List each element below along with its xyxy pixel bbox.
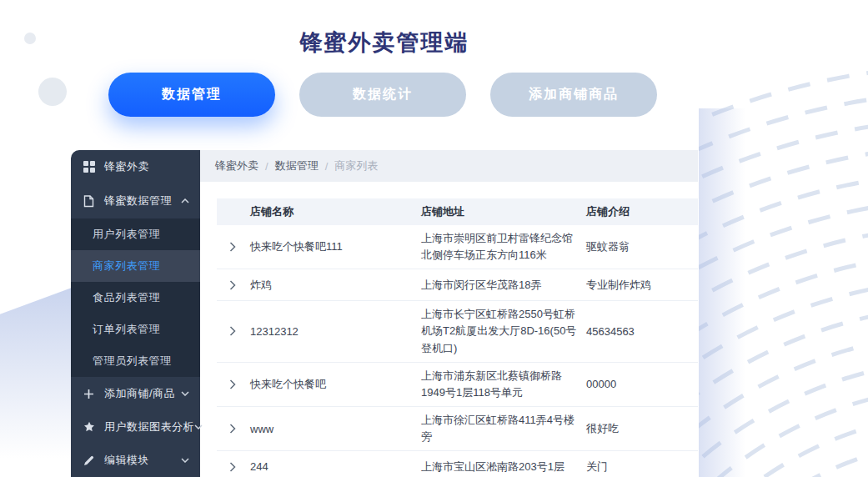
cell-shop-name: 炸鸡 (250, 278, 421, 293)
sidebar-submenu: 用户列表管理 商家列表管理 食品列表管理 订单列表管理 管理员列表管理 (71, 218, 200, 377)
table-row: 炸鸡 上海市闵行区华茂路18弄 专业制作炸鸡 (217, 269, 698, 301)
table-row: www 上海市徐汇区虹桥路411弄4号楼旁 很好吃 (217, 407, 698, 451)
sidebar-item-order-list[interactable]: 订单列表管理 (71, 314, 200, 345)
cell-shop-address: 上海市徐汇区虹桥路411弄4号楼旁 (421, 412, 586, 445)
tab-label: 添加商铺商品 (529, 86, 619, 103)
breadcrumb-separator: / (265, 160, 268, 173)
row-expand-button[interactable] (217, 462, 250, 472)
sidebar-item-edit-module[interactable]: 编辑模块 (71, 444, 200, 477)
row-expand-button[interactable] (217, 379, 250, 389)
breadcrumb-current: 商家列表 (334, 158, 378, 173)
star-icon (83, 421, 95, 434)
main-content: 锋蜜外卖 / 数据管理 / 商家列表 店铺名称 店铺地址 店铺介绍 快来吃个快餐… (200, 150, 698, 477)
breadcrumb-separator: / (325, 160, 329, 173)
tab-add-shop-goods[interactable]: 添加商铺商品 (490, 73, 657, 117)
sidebar-item-label: 添加商铺/商品 (104, 386, 180, 401)
cell-shop-address: 上海市闵行区华茂路18弄 (421, 277, 586, 294)
sidebar-item-label: 锋蜜数据管理 (104, 193, 180, 208)
table-row: 12312312 上海市长宁区虹桥路2550号虹桥机场T2航厦出发大厅8D-16… (217, 301, 698, 362)
breadcrumb-data-management[interactable]: 数据管理 (275, 158, 319, 173)
tab-data-statistics[interactable]: 数据统计 (299, 73, 466, 117)
chevron-right-icon (229, 280, 236, 290)
cell-shop-intro: 很好吃 (586, 421, 698, 436)
row-expand-button[interactable] (217, 242, 250, 252)
sidebar-item-label: 商家列表管理 (93, 259, 160, 274)
top-tab-bar: 数据管理 数据统计 添加商铺商品 (108, 73, 681, 117)
plus-icon (83, 388, 95, 400)
page-title: 锋蜜外卖管理端 (0, 28, 769, 58)
cell-shop-intro: 00000 (586, 378, 698, 390)
table-row: 244 上海市宝山区淞南路203号1层 关门 (217, 451, 698, 477)
table-row: 快来吃个快餐吧 上海市浦东新区北蔡镇御桥路1949号1层118号单元 00000 (217, 363, 698, 407)
decor-diagonal-gradient (0, 288, 72, 477)
sidebar: 锋蜜外卖 锋蜜数据管理 用户列表管理 商家列表管理 食品列表管理 订单列表管理 … (71, 150, 200, 477)
table-row: 快来吃个快餐吧111 上海市崇明区前卫村雷锋纪念馆北侧停车场正东方向116米 驱… (217, 225, 698, 269)
sidebar-item-label: 食品列表管理 (93, 290, 160, 305)
chevron-up-icon (180, 196, 190, 206)
table-header-row: 店铺名称 店铺地址 店铺介绍 (217, 198, 698, 225)
shop-table: 店铺名称 店铺地址 店铺介绍 快来吃个快餐吧111 上海市崇明区前卫村雷锋纪念馆… (217, 198, 698, 477)
grid-icon (83, 161, 95, 173)
chevron-right-icon (229, 379, 236, 389)
sidebar-item-add-shop[interactable]: 添加商铺/商品 (71, 377, 200, 410)
cell-shop-intro: 驱蚊器翁 (586, 239, 698, 254)
sidebar-item-label: 编辑模块 (104, 453, 180, 468)
sidebar-item-label: 管理员列表管理 (93, 354, 172, 369)
sidebar-item-merchant-list[interactable]: 商家列表管理 (71, 250, 200, 282)
row-expand-button[interactable] (217, 424, 250, 434)
cell-shop-name: 快来吃个快餐吧111 (250, 239, 421, 254)
header-shop-name: 店铺名称 (250, 204, 421, 219)
breadcrumb: 锋蜜外卖 / 数据管理 / 商家列表 (200, 150, 698, 182)
chevron-right-icon (229, 242, 236, 252)
sidebar-item-brand[interactable]: 锋蜜外卖 (71, 150, 200, 183)
tab-data-management[interactable]: 数据管理 (108, 73, 275, 117)
row-expand-button[interactable] (217, 326, 250, 336)
cell-shop-intro: 45634563 (586, 325, 698, 338)
cell-shop-name: www (250, 423, 421, 435)
pencil-icon (83, 454, 95, 467)
chevron-down-icon (180, 389, 190, 399)
row-expand-button[interactable] (217, 280, 250, 290)
sidebar-item-label: 用户列表管理 (93, 227, 160, 242)
tab-label: 数据统计 (353, 86, 413, 103)
cell-shop-intro: 专业制作炸鸡 (586, 278, 698, 293)
cell-shop-address: 上海市崇明区前卫村雷锋纪念馆北侧停车场正东方向116米 (421, 230, 586, 264)
sidebar-item-food-list[interactable]: 食品列表管理 (71, 282, 200, 314)
cell-shop-name: 244 (250, 460, 421, 473)
sidebar-item-user-charts[interactable]: 用户数据图表分析 (71, 410, 200, 444)
tab-label: 数据管理 (162, 86, 222, 103)
sidebar-item-user-list[interactable]: 用户列表管理 (71, 218, 200, 250)
chevron-right-icon (229, 424, 236, 434)
header-shop-intro: 店铺介绍 (586, 204, 698, 219)
sidebar-item-admin-list[interactable]: 管理员列表管理 (71, 345, 200, 377)
cell-shop-name: 12312312 (250, 325, 421, 338)
sidebar-item-label: 锋蜜外卖 (104, 159, 190, 174)
breadcrumb-home[interactable]: 锋蜜外卖 (215, 158, 258, 173)
cell-shop-address: 上海市浦东新区北蔡镇御桥路1949号1层118号单元 (421, 368, 586, 401)
sidebar-item-data-management[interactable]: 锋蜜数据管理 (71, 183, 200, 218)
file-icon (83, 195, 95, 208)
decor-dashed-arcs (699, 48, 868, 477)
cell-shop-address: 上海市长宁区虹桥路2550号虹桥机场T2航厦出发大厅8D-16(50号登机口) (421, 306, 586, 356)
chevron-right-icon (229, 462, 236, 472)
chevron-down-icon (180, 455, 190, 465)
header-shop-address: 店铺地址 (421, 203, 586, 220)
cell-shop-address: 上海市宝山区淞南路203号1层 (421, 459, 586, 475)
sidebar-item-label: 用户数据图表分析 (104, 419, 194, 434)
chevron-down-icon (194, 422, 203, 432)
decor-circle-big (38, 78, 67, 106)
sidebar-item-label: 订单列表管理 (93, 322, 160, 337)
decor-blue-band (699, 108, 745, 477)
chevron-right-icon (229, 326, 236, 336)
cell-shop-intro: 关门 (586, 459, 698, 474)
cell-shop-name: 快来吃个快餐吧 (250, 377, 421, 392)
